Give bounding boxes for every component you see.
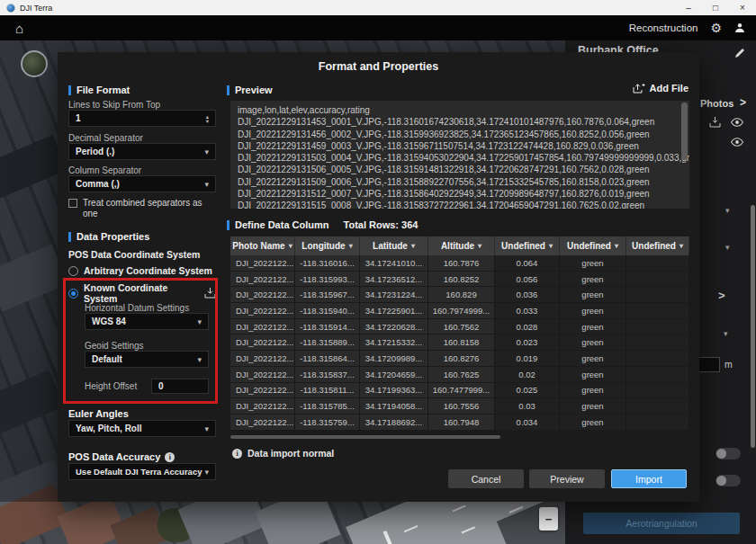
table-header-row: Photo Name▾Longitude▾Latitude▾Altitude▾U… bbox=[230, 236, 689, 255]
import-button[interactable]: Import bbox=[611, 469, 687, 488]
height-offset-input[interactable]: 0 bbox=[151, 379, 209, 394]
photos-section-label[interactable]: Photos bbox=[700, 98, 734, 109]
map-zoom-out-button[interactable]: − bbox=[539, 507, 558, 531]
table-cell: DJI_2022122... bbox=[230, 383, 295, 399]
table-row[interactable]: DJI_2022122...-118.315914...34.17220628.… bbox=[230, 319, 689, 335]
app-logo-icon bbox=[6, 4, 15, 13]
import-coordinate-icon[interactable] bbox=[204, 288, 216, 299]
home-icon[interactable]: ⌂ bbox=[15, 22, 23, 35]
treat-combined-checkbox-row[interactable]: Treat combined separators as one bbox=[68, 198, 216, 219]
preview-button[interactable]: Preview bbox=[529, 469, 605, 488]
caret-down-icon[interactable]: ▾ bbox=[724, 329, 728, 338]
table-row[interactable]: DJI_2022122...-118.315864...34.17209989.… bbox=[230, 351, 689, 367]
close-button[interactable]: × bbox=[729, 0, 756, 15]
table-cell: 34.17215332... bbox=[360, 334, 428, 351]
section-accent-bar bbox=[68, 85, 71, 95]
cancel-button[interactable]: Cancel bbox=[448, 469, 524, 488]
preview-scrollbar[interactable] bbox=[681, 103, 688, 160]
column-header-latitude[interactable]: Latitude▾ bbox=[360, 236, 428, 255]
maximize-button[interactable]: □ bbox=[702, 0, 729, 15]
checkbox[interactable] bbox=[68, 199, 77, 208]
geoid-settings-label: Geoid Settings bbox=[85, 341, 144, 351]
toggle-switch[interactable] bbox=[716, 448, 741, 459]
table-cell: 0.064 bbox=[495, 255, 560, 272]
table-cell: green bbox=[560, 272, 626, 288]
edit-icon[interactable] bbox=[734, 48, 745, 58]
table-cell: -118.316016... bbox=[295, 255, 360, 272]
stepper-down-icon[interactable]: ▾ bbox=[206, 119, 209, 123]
table-row[interactable]: DJI_2022122...-118.316016...34.17241010.… bbox=[230, 255, 689, 272]
preview-box[interactable]: image,lon,lat,elev,accuracy,ratingDJI_20… bbox=[230, 101, 689, 209]
pos-accuracy-dropdown[interactable]: Use Default DJI Terra Accuracy ▾ bbox=[68, 463, 216, 480]
table-row[interactable]: DJI_2022122...-118.315889...34.17215332.… bbox=[230, 334, 689, 351]
visibility-eye-icon[interactable] bbox=[731, 118, 743, 127]
table-cell: 160.829 bbox=[428, 287, 495, 303]
panel-scrollbar[interactable] bbox=[751, 205, 755, 448]
preview-line: DJI_20221229131512_0007_V.JPG,-118.31586… bbox=[238, 188, 677, 200]
table-cell: 160.7477999... bbox=[428, 383, 495, 399]
column-header-undefined[interactable]: Undefined▾ bbox=[495, 236, 560, 255]
info-icon[interactable]: i bbox=[165, 452, 175, 462]
caret-down-icon[interactable]: ▾ bbox=[725, 243, 730, 252]
caret-down-icon[interactable]: ▾ bbox=[725, 206, 730, 215]
table-cell: -118.315940... bbox=[295, 303, 360, 319]
table-row[interactable]: DJI_2022122...-118.315993...34.17236512.… bbox=[230, 272, 689, 288]
preview-line: DJI_20221229131503_0004_V.JPG,-118.31594… bbox=[238, 152, 677, 164]
euler-angles-dropdown[interactable]: Yaw, Pitch, Roll ▾ bbox=[68, 420, 216, 437]
horizontal-datum-dropdown[interactable]: WGS 84 ▾ bbox=[85, 313, 209, 330]
geoid-settings-dropdown[interactable]: Default ▾ bbox=[85, 351, 209, 368]
table-row[interactable]: DJI_2022122...-118.315785...34.17194058.… bbox=[230, 398, 689, 415]
gear-icon[interactable]: ⚙ bbox=[710, 22, 722, 34]
decimal-separator-dropdown[interactable]: Period (.) ▾ bbox=[68, 143, 216, 160]
table-row[interactable]: DJI_2022122...-118.315837...34.17204659.… bbox=[230, 367, 689, 383]
column-header-photo-name[interactable]: Photo Name▾ bbox=[230, 236, 295, 255]
table-cell: -118.315993... bbox=[295, 272, 360, 288]
lines-to-skip-label: Lines to Skip From Top bbox=[68, 100, 216, 110]
table-cell: green bbox=[560, 415, 626, 431]
column-header-longitude[interactable]: Longitude▾ bbox=[295, 236, 360, 255]
column-separator-dropdown[interactable]: Comma (,) ▾ bbox=[68, 175, 216, 192]
import-photos-icon[interactable] bbox=[709, 117, 721, 128]
table-row[interactable]: DJI_2022122...-118.315967...34.17231224.… bbox=[230, 287, 689, 303]
compass[interactable] bbox=[21, 50, 48, 77]
add-file-button[interactable]: Add File bbox=[633, 83, 688, 94]
table-cell: 160.7974999... bbox=[428, 303, 495, 319]
dialog-title: Format and Properties bbox=[58, 60, 699, 73]
table-cell: DJI_2022122... bbox=[230, 303, 295, 319]
table-row[interactable]: DJI_2022122...-118.315759...34.17188692.… bbox=[230, 415, 689, 431]
table-cell: DJI_2022122... bbox=[230, 398, 295, 415]
user-icon[interactable] bbox=[734, 22, 745, 33]
visibility-eye-icon[interactable] bbox=[731, 138, 743, 147]
known-coordinate-radio[interactable]: Known Coordinate System bbox=[68, 282, 216, 304]
table-cell: 160.8252 bbox=[428, 272, 495, 288]
lines-to-skip-input[interactable]: 1 ▴ ▾ bbox=[68, 110, 216, 127]
table-row[interactable]: DJI_2022122...-118.315940...34.17225901.… bbox=[230, 303, 689, 319]
minimize-button[interactable]: – bbox=[675, 0, 702, 15]
stepper-arrows[interactable]: ▴ ▾ bbox=[206, 114, 209, 123]
chevron-right-icon[interactable]: > bbox=[740, 96, 746, 109]
caret-down-icon: ▾ bbox=[289, 242, 292, 250]
table-cell: green bbox=[560, 351, 626, 367]
aerotriangulation-button[interactable]: Aerotriangulation bbox=[583, 513, 740, 534]
caret-down-icon: ▾ bbox=[204, 147, 209, 156]
total-rows-label: Total Rows: 364 bbox=[344, 219, 418, 230]
table-cell: 160.7948 bbox=[428, 415, 495, 431]
table-cell bbox=[626, 272, 689, 288]
arbitrary-coordinate-radio[interactable]: Arbitrary Coordinate System bbox=[68, 265, 216, 276]
table-cell: DJI_2022122... bbox=[230, 351, 295, 367]
app-window: DJI Terra – □ × ⌂ Reconstruction ⚙ bbox=[0, 0, 756, 544]
preview-line: DJI_20221229131506_0005_V.JPG,-118.31591… bbox=[238, 164, 677, 175]
toggle-switch[interactable] bbox=[716, 475, 741, 486]
chevron-right-icon[interactable]: > bbox=[718, 289, 725, 302]
column-header-undefined[interactable]: Undefined▾ bbox=[626, 236, 689, 255]
radio-selected[interactable] bbox=[68, 289, 78, 299]
column-header-undefined[interactable]: Undefined▾ bbox=[560, 236, 626, 255]
table-cell: -118.315759... bbox=[295, 415, 360, 431]
import-status-row: i Data import normal bbox=[232, 448, 334, 459]
column-header-altitude[interactable]: Altitude▾ bbox=[428, 236, 495, 255]
mode-label[interactable]: Reconstruction bbox=[629, 22, 698, 33]
table-horizontal-scrollbar[interactable] bbox=[230, 435, 500, 439]
radio-unselected[interactable] bbox=[68, 266, 78, 276]
table-cell: 34.17231224... bbox=[360, 287, 428, 303]
table-row[interactable]: DJI_2022122...-118.315811...34.17199363.… bbox=[230, 383, 689, 399]
